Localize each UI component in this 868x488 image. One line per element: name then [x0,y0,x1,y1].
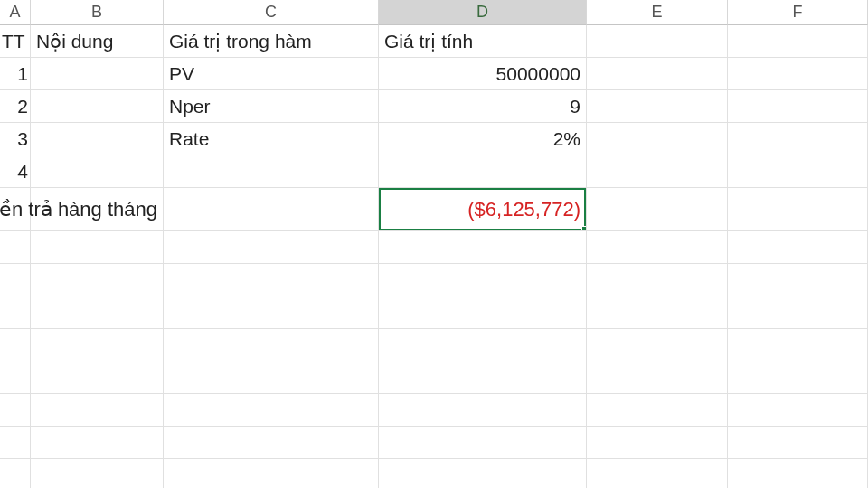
cell[interactable] [728,231,868,264]
cell-B4[interactable] [31,123,164,155]
cell[interactable] [31,264,164,296]
cell[interactable] [379,361,587,394]
cell[interactable] [379,459,587,488]
cell-E2[interactable] [587,58,728,90]
result-label: Số tiền trả hàng tháng [0,198,157,221]
col-header-A[interactable]: A [0,0,31,25]
cell[interactable] [0,329,31,361]
cell[interactable] [164,231,379,264]
table-row [0,264,868,296]
cell[interactable] [379,231,587,264]
cell[interactable] [164,296,379,329]
cell[interactable] [31,296,164,329]
cell[interactable] [164,361,379,394]
cell[interactable] [728,296,868,329]
cell[interactable] [728,459,868,488]
cell[interactable] [379,427,587,459]
cell[interactable] [587,296,728,329]
cell[interactable] [31,427,164,459]
cell[interactable] [728,329,868,361]
spreadsheet-grid[interactable]: A B C D E F TT Nội dung Giá trị trong hà… [0,0,868,488]
cell[interactable] [587,361,728,394]
cell[interactable] [164,459,379,488]
cell[interactable] [0,361,31,394]
cell-E1[interactable] [587,25,728,58]
cell[interactable] [379,296,587,329]
cell[interactable] [587,264,728,296]
cell-E5[interactable] [587,155,728,188]
cell-B1[interactable]: Nội dung [31,25,164,58]
cell-C6[interactable] [164,188,379,231]
cell-E6[interactable] [587,188,728,231]
table-row [0,459,868,488]
cell[interactable] [728,361,868,394]
table-row: 1 PV 50000000 [0,58,868,90]
table-row: 3 Rate 2% [0,123,868,155]
cell-D3[interactable]: 9 [379,90,587,123]
cell-A3[interactable]: 2 [0,90,31,123]
cell[interactable] [587,329,728,361]
cell[interactable] [0,231,31,264]
cell-A4[interactable]: 3 [0,123,31,155]
cell-D5[interactable] [379,155,587,188]
cell[interactable] [587,459,728,488]
cell-F6[interactable] [728,188,868,231]
cell-A2[interactable]: 1 [0,58,31,90]
cell[interactable] [587,231,728,264]
cell[interactable] [728,394,868,427]
cell-C1[interactable]: Giá trị trong hàm [164,25,379,58]
col-header-C[interactable]: C [164,0,379,25]
cell[interactable] [164,427,379,459]
cell-A1[interactable]: TT [0,25,31,58]
col-header-F[interactable]: F [728,0,868,25]
cell[interactable] [587,427,728,459]
cell[interactable] [31,231,164,264]
cell[interactable] [0,427,31,459]
cell-C3[interactable]: Nper [164,90,379,123]
cell-F1[interactable] [728,25,868,58]
cell[interactable] [164,329,379,361]
cell-F2[interactable] [728,58,868,90]
cell[interactable] [728,427,868,459]
cell-D6[interactable]: ($6,125,772) [379,188,587,231]
cell-F5[interactable] [728,155,868,188]
cell-C5[interactable] [164,155,379,188]
cell-B6[interactable]: Số tiền trả hàng tháng [31,188,164,231]
cell[interactable] [0,394,31,427]
cell-F4[interactable] [728,123,868,155]
cell[interactable] [728,264,868,296]
cell-B3[interactable] [31,90,164,123]
cell-D1[interactable]: Giá trị tính [379,25,587,58]
column-headers: A B C D E F [0,0,868,25]
cell[interactable] [31,361,164,394]
cell-D4[interactable]: 2% [379,123,587,155]
cell-F3[interactable] [728,90,868,123]
cell[interactable] [31,459,164,488]
cell-A5[interactable]: 4 [0,155,31,188]
cell[interactable] [31,329,164,361]
cell-B5[interactable] [31,155,164,188]
cell[interactable] [379,394,587,427]
cell[interactable] [0,296,31,329]
cell[interactable] [164,264,379,296]
cell[interactable] [0,264,31,296]
cell[interactable] [164,394,379,427]
table-row [0,329,868,361]
result-value: ($6,125,772) [467,198,580,221]
cell-C2[interactable]: PV [164,58,379,90]
cell[interactable] [379,264,587,296]
cell-D2[interactable]: 50000000 [379,58,587,90]
cell-E3[interactable] [587,90,728,123]
cell-C4[interactable]: Rate [164,123,379,155]
cell-B2[interactable] [31,58,164,90]
cell[interactable] [587,394,728,427]
cell-E4[interactable] [587,123,728,155]
col-header-B[interactable]: B [31,0,164,25]
cell[interactable] [379,329,587,361]
cell[interactable] [0,459,31,488]
fill-handle[interactable] [581,226,587,231]
table-row: Số tiền trả hàng tháng ($6,125,772) [0,188,868,231]
col-header-E[interactable]: E [587,0,728,25]
cell[interactable] [31,394,164,427]
col-header-D[interactable]: D [379,0,587,25]
